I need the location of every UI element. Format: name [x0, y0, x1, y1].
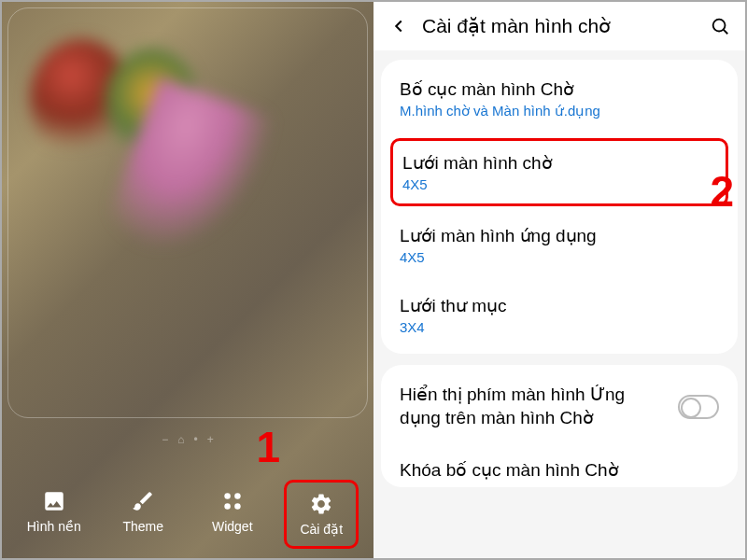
svg-point-2: [224, 503, 231, 510]
settings-screen: Cài đặt màn hình chờ Bố cục màn hình Chờ…: [374, 2, 745, 558]
brush-icon: [131, 489, 155, 513]
setting-title: Lưới màn hình chờ: [402, 152, 716, 174]
page-title: Cài đặt màn hình chờ: [422, 15, 697, 37]
settings-list: Bố cục màn hình Chờ M.hình chờ và Màn hì…: [374, 50, 745, 558]
svg-point-1: [234, 493, 240, 499]
gear-icon: [309, 492, 333, 516]
toolbar-label: Hình nền: [27, 519, 81, 534]
setting-apps-button-toggle[interactable]: Hiển thị phím màn hình Ứng dụng trên màn…: [381, 369, 738, 444]
home-screen-editor: −⌂•+ Hình nền Theme Widget Cài đặt 1: [2, 2, 374, 558]
setting-value: 4X5: [402, 176, 716, 192]
svg-point-3: [234, 503, 240, 510]
settings-button[interactable]: Cài đặt: [284, 480, 359, 549]
annotation-step-2: 2: [710, 166, 734, 217]
svg-point-4: [713, 20, 726, 32]
wallpaper-preview: [2, 2, 374, 558]
setting-title: Bố cục màn hình Chờ: [400, 78, 719, 100]
setting-value: 4X5: [400, 249, 719, 265]
toolbar-label: Cài đặt: [300, 522, 343, 537]
setting-title: Hiển thị phím màn hình Ứng dụng trên màn…: [400, 384, 678, 429]
toolbar-label: Theme: [122, 519, 163, 534]
image-icon: [42, 489, 66, 513]
setting-home-layout[interactable]: Bố cục màn hình Chờ M.hình chờ và Màn hì…: [381, 63, 738, 134]
setting-title: Lưới thư mục: [400, 295, 719, 316]
back-icon[interactable]: [388, 16, 409, 36]
toggle-switch[interactable]: [678, 395, 719, 419]
theme-button[interactable]: Theme: [106, 480, 180, 549]
setting-apps-grid[interactable]: Lưới màn hình ứng dụng 4X5: [381, 210, 738, 280]
svg-point-0: [224, 493, 231, 499]
search-icon[interactable]: [710, 16, 730, 36]
setting-lock-layout[interactable]: Khóa bố cục màn hình Chờ: [381, 444, 738, 481]
setting-folder-grid[interactable]: Lưới thư mục 3X4: [381, 280, 738, 350]
settings-group-options: Hiển thị phím màn hình Ứng dụng trên màn…: [381, 365, 738, 487]
setting-title: Khóa bố cục màn hình Chờ: [400, 459, 719, 481]
settings-header: Cài đặt màn hình chờ: [374, 2, 745, 50]
setting-value: 3X4: [400, 319, 719, 335]
grid-icon: [220, 489, 245, 513]
editor-toolbar: Hình nền Theme Widget Cài đặt: [2, 480, 374, 549]
page-indicator: −⌂•+: [2, 433, 374, 446]
annotation-step-1: 1: [256, 422, 280, 472]
setting-value: M.hình chờ và Màn hình ứ.dụng: [400, 103, 719, 119]
settings-group-layout: Bố cục màn hình Chờ M.hình chờ và Màn hì…: [381, 60, 738, 354]
wallpaper-button[interactable]: Hình nền: [17, 480, 92, 549]
setting-home-grid[interactable]: Lưới màn hình chờ 4X5: [390, 138, 728, 206]
setting-title: Lưới màn hình ứng dụng: [400, 225, 719, 246]
widget-button[interactable]: Widget: [195, 480, 270, 549]
toolbar-label: Widget: [212, 519, 253, 534]
